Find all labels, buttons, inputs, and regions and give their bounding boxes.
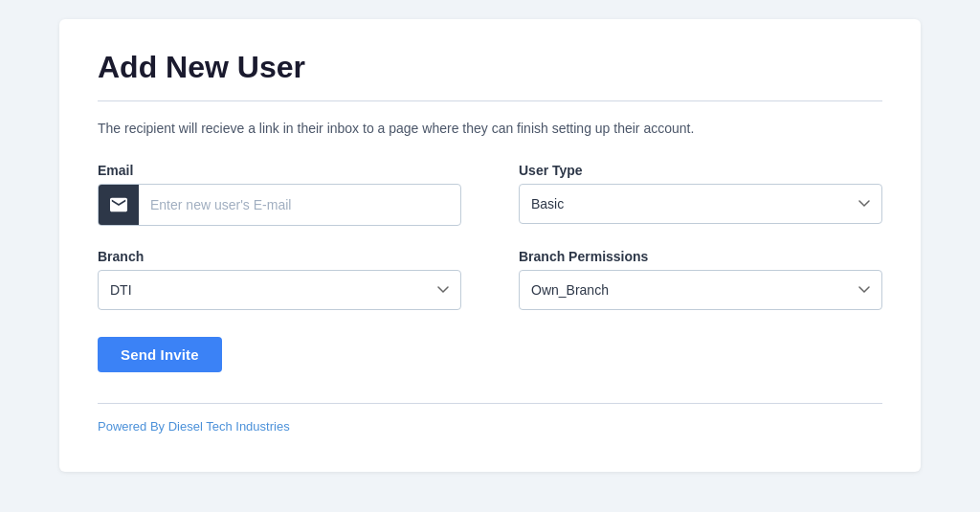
add-user-card: Add New User The recipient will recieve … [59, 19, 921, 472]
user-type-group: User Type Basic Admin Manager [519, 163, 882, 226]
user-type-select[interactable]: Basic Admin Manager [519, 184, 882, 224]
branch-permissions-select[interactable]: Own_Branch All_Branches [519, 270, 882, 310]
form-grid: Email User Type Basic Admin Manager [98, 163, 882, 310]
email-icon [110, 196, 127, 213]
user-type-label: User Type [519, 163, 882, 178]
footer-text: Powered By Diesel Tech Industries [98, 419, 882, 434]
description-text: The recipient will recieve a link in the… [98, 121, 882, 136]
branch-select[interactable]: DTI Branch 1 Branch 2 [98, 270, 461, 310]
email-label: Email [98, 163, 461, 178]
email-input-wrapper [98, 184, 461, 226]
branch-permissions-group: Branch Permissions Own_Branch All_Branch… [519, 249, 882, 310]
branch-label: Branch [98, 249, 461, 264]
branch-group: Branch DTI Branch 1 Branch 2 [98, 249, 461, 310]
send-invite-button[interactable]: Send Invite [98, 337, 222, 372]
email-input[interactable] [139, 188, 460, 222]
branch-permissions-label: Branch Permissions [519, 249, 882, 264]
email-icon-box [99, 185, 139, 225]
email-group: Email [98, 163, 461, 226]
page-title: Add New User [98, 50, 882, 85]
footer-divider [98, 403, 882, 404]
title-divider [98, 100, 882, 101]
